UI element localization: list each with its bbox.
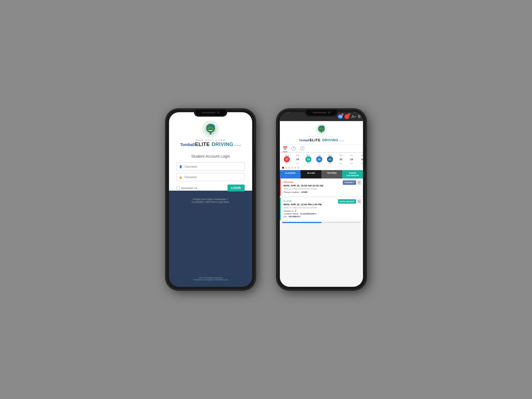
dot-3[interactable] <box>288 167 290 169</box>
dot-indicators <box>280 166 363 170</box>
cal-day-num-21: 21 <box>327 156 333 162</box>
scroll-indicator <box>282 222 361 223</box>
remember-checkbox[interactable] <box>177 186 180 190</box>
volume-up-button <box>165 151 166 166</box>
cal-day-mon[interactable]: Mon 19 Apr <box>304 154 313 164</box>
footer-line2: Powered by DrivingSchoolSoftware.com <box>169 279 252 281</box>
cal-day-name-sun: Sun <box>296 154 299 156</box>
user-icon: 👤 <box>179 165 182 168</box>
login-form: 👤 🔒 Remember me LOGIN <box>177 162 245 191</box>
volume-mute-button <box>165 137 166 145</box>
notification-red-icon[interactable]: ↓ 1 <box>344 114 349 119</box>
hamburger-menu-icon[interactable]: ☰ <box>358 115 361 119</box>
volume-down-button <box>165 170 166 185</box>
brand-driving: DRIVING <box>212 142 234 147</box>
notification-blue-icon[interactable]: ⌨ 5 <box>338 114 343 119</box>
dash-tab-bar: 📅 🕐 🕐 <box>280 144 363 153</box>
cal-month-today: Apr <box>285 162 288 164</box>
tab-calendar[interactable]: 📅 <box>283 146 287 152</box>
cal-day-name-fri: Fri <box>351 154 353 156</box>
cal-day-num-17: 17 <box>284 156 290 162</box>
filter-tab-calendar[interactable]: SHOW CALENDAR <box>342 170 363 178</box>
cal-day-num-22: 22 <box>338 156 344 162</box>
book-makeup-button[interactable]: BOOK MAKEUP <box>338 199 356 204</box>
notch-right <box>306 109 337 116</box>
dot-5[interactable] <box>294 167 296 169</box>
cal-month-wed: Apr <box>329 162 332 164</box>
class-location: Location Name: CLASSROOM 1 <box>283 213 361 215</box>
username-input[interactable] <box>177 162 245 171</box>
brand-tomball: Tomball <box>180 142 195 147</box>
cal-day-name-mon: Mon <box>306 154 310 156</box>
dot-2[interactable] <box>285 167 287 169</box>
cal-day-tue[interactable]: Tue 20 Apr <box>314 154 324 164</box>
edit-class-icon[interactable]: ✎ <box>357 199 361 204</box>
cal-day-name-thu: Thu <box>339 154 342 156</box>
cal-month-thu: Apr <box>339 162 342 164</box>
cal-day-num-18: 18 <box>295 156 301 162</box>
phone-login: WHERE SAFETY IS FIRST Tomball ELITE DRIV… <box>166 109 255 290</box>
cal-day-sat[interactable]: Sat 24 Apr <box>358 154 363 164</box>
badge-blue: 5 <box>341 113 344 116</box>
event-card-driving: DRIVING CHANGE ▾ ✎ MON, APR 19, 10:00 AM… <box>280 179 363 196</box>
calendar-row: Today 17 Apr Sun 18 Apr Mon 19 Apr <box>280 153 363 166</box>
power-btn-r <box>366 145 367 165</box>
cal-month-mon: Apr <box>307 162 310 164</box>
login-footer: 2021 © All Rights Reserved Powered by Dr… <box>169 277 252 281</box>
cal-day-today[interactable]: Today 17 Apr <box>282 154 291 164</box>
user-profile-icon[interactable] <box>351 114 356 119</box>
forgot-section: Forgot your login credentials ? no probl… <box>191 198 230 203</box>
dash-header: WHERE SAFETY IS FIRST Tomball ELITE DRIV… <box>280 121 363 144</box>
cal-day-fri[interactable]: Fri 23 Apr <box>347 154 356 164</box>
vol-down-btn-r <box>276 170 277 185</box>
username-wrap: 👤 <box>177 162 245 171</box>
events-list: DRIVING CHANGE ▾ ✎ MON, APR 19, 10:00 AM… <box>280 179 363 287</box>
login-brand: Tomball ELITE DRIVING School <box>180 142 241 147</box>
cal-day-wed[interactable]: Wed 21 Apr <box>325 154 335 164</box>
cal-day-name-wed: Wed <box>328 154 332 156</box>
notch-left <box>195 109 226 116</box>
cal-day-thu[interactable]: Thu 22 Apr <box>336 154 346 164</box>
footer-line1: 2021 © All Rights Reserved <box>169 277 252 279</box>
forgot-text-line2[interactable]: no problem, click here to get them. <box>191 201 230 203</box>
camera-left <box>217 111 219 114</box>
tab-clock1[interactable]: 🕐 <box>291 146 296 152</box>
forgot-text-line1: Forgot your login credentials ? <box>191 198 230 201</box>
cal-day-name-sat: Sat <box>361 154 363 156</box>
remember-left: Remember me <box>177 186 198 190</box>
vol-mute-btn-r <box>276 137 277 145</box>
cal-day-name-tue: Tue <box>318 154 321 156</box>
password-wrap: 🔒 <box>177 173 245 181</box>
cal-day-name-today: Today <box>284 154 290 156</box>
dash-brand-school: School <box>339 140 344 142</box>
cal-day-sun[interactable]: Sun 18 Apr <box>293 154 302 164</box>
dot-1[interactable] <box>282 167 284 169</box>
brand-elite: ELITE <box>195 142 210 147</box>
login-button[interactable]: LOGIN <box>227 185 245 191</box>
badge-red: 1 <box>348 113 350 116</box>
dash-tagline: WHERE SAFETY IS FIRST <box>309 136 334 137</box>
filter-tab-testing[interactable]: TESTING <box>321 170 342 178</box>
cal-month-sat: Apr <box>361 162 363 164</box>
filter-tab-incar[interactable]: IN-CAR <box>301 170 321 178</box>
logo-svg <box>202 121 219 138</box>
tab-clock2[interactable]: 🕐 <box>300 146 305 152</box>
dash-brand: Tomball ELITE DRIVING School <box>299 137 344 142</box>
dashboard-screen: ⌨ 5 ↓ 1 <box>280 112 363 287</box>
driving-countdown: Starts in 1 days 18 hours 53 minutes <box>283 188 361 190</box>
class-session: Session #: 3 <box>283 210 361 212</box>
driving-actions: CHANGE ▾ ✎ <box>343 180 361 185</box>
dot-6[interactable] <box>297 167 299 169</box>
dash-logo: WHERE SAFETY IS FIRST Tomball ELITE DRIV… <box>299 123 344 142</box>
brand-school: School <box>234 144 241 147</box>
login-title: Student Account Login <box>191 154 230 158</box>
filter-tab-classes[interactable]: CLASSES <box>280 170 301 178</box>
login-logo: WHERE SAFETY IS FIRST Tomball ELITE DRIV… <box>180 121 241 147</box>
cal-month-tue: Apr <box>318 162 321 164</box>
change-button[interactable]: CHANGE ▾ <box>343 180 356 185</box>
password-input[interactable] <box>177 173 245 181</box>
dash-brand-elite: ELITE <box>310 138 320 142</box>
edit-driving-icon[interactable]: ✎ <box>357 180 361 185</box>
cal-day-num-20: 20 <box>316 156 322 162</box>
dot-4[interactable] <box>291 167 293 169</box>
